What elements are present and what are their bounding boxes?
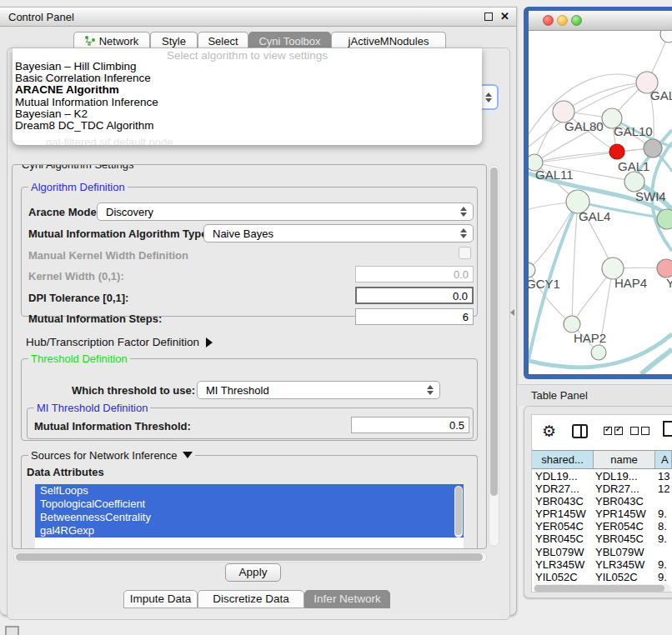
- table-row[interactable]: YLR345WYLR345W9.: [532, 558, 672, 571]
- cell[interactable]: YLR345W: [532, 558, 594, 571]
- cell[interactable]: YBL079W: [532, 546, 594, 558]
- splitter-collapse-icon[interactable]: [510, 309, 514, 316]
- cell[interactable]: YBR043C: [532, 495, 594, 508]
- cell[interactable]: YIL052C: [532, 571, 594, 583]
- algo-item-mutual-information[interactable]: Mutual Information Inference: [15, 97, 479, 108]
- column-header-shared-name[interactable]: shared...: [532, 451, 594, 468]
- mi-threshold-field[interactable]: 0.5: [351, 417, 469, 433]
- table-row[interactable]: YER054CYER054C8.: [532, 520, 672, 532]
- float-panel-icon[interactable]: [484, 12, 493, 21]
- tab-jactivemnodules[interactable]: jActiveMNodules: [331, 32, 446, 49]
- algo-item-bayesian-k2[interactable]: Bayesian – K2: [15, 108, 479, 120]
- algo-item-basic-correlation[interactable]: Basic Correlation Inference: [15, 72, 479, 84]
- cell[interactable]: YER054C: [532, 520, 594, 532]
- algorithm-definition-title: Algorithm Definition: [28, 181, 128, 193]
- table-row[interactable]: YDL19...YDL19...13: [532, 470, 672, 482]
- cell[interactable]: YLR345W: [594, 558, 655, 571]
- cell[interactable]: YDL19...: [532, 470, 594, 482]
- apply-button[interactable]: Apply: [225, 563, 281, 582]
- table-horizontal-scrollbar-thumb[interactable]: [534, 585, 664, 592]
- manual-kernel-width-checkbox[interactable]: [459, 247, 471, 259]
- cell[interactable]: 13: [655, 470, 672, 482]
- table-row[interactable]: YDR27...YDR27...12: [532, 482, 672, 495]
- which-threshold-combo[interactable]: MI Threshold: [197, 381, 440, 399]
- cell[interactable]: YDL19...: [594, 470, 655, 482]
- maximize-window-icon[interactable]: [571, 15, 582, 26]
- mi-steps-field[interactable]: 6: [355, 308, 474, 325]
- attr-item-selfloops[interactable]: SelfLoops: [35, 484, 464, 498]
- algo-item-dream8[interactable]: Dream8 DC_TDC Algorithm: [15, 120, 479, 132]
- tab-style[interactable]: Style: [150, 32, 198, 49]
- algo-item-aracne[interactable]: ARACNE Algorithm: [15, 84, 479, 96]
- dpi-tolerance-field[interactable]: 0.0: [355, 287, 474, 304]
- column-header-name[interactable]: name: [594, 451, 655, 468]
- cell[interactable]: 9.: [655, 532, 672, 545]
- cell[interactable]: 9.: [655, 508, 672, 520]
- cell[interactable]: [655, 546, 672, 558]
- mi-algorithm-type-combo[interactable]: Naive Bayes: [203, 224, 474, 242]
- cell[interactable]: YBR043C: [594, 495, 655, 508]
- columns-icon[interactable]: [572, 424, 588, 438]
- cell[interactable]: YBR045C: [594, 532, 655, 545]
- cell[interactable]: YBR045C: [532, 532, 594, 545]
- cell[interactable]: YPR145W: [532, 508, 594, 520]
- tab-select-label: Select: [208, 35, 238, 48]
- table-row[interactable]: YBL079WYBL079W: [532, 546, 672, 558]
- attr-item-topologicalcoefficient[interactable]: TopologicalCoefficient: [35, 498, 464, 511]
- settings-horizontal-scrollbar[interactable]: [13, 552, 487, 562]
- table-horizontal-scrollbar[interactable]: [534, 584, 671, 592]
- close-icon[interactable]: ✕: [500, 10, 509, 22]
- mi-threshold-title: MI Threshold Definition: [34, 402, 150, 414]
- settings-horizontal-scrollbar-thumb[interactable]: [16, 553, 483, 561]
- attr-list-scrollbar-thumb[interactable]: [455, 487, 462, 535]
- attr-item-gal4rgexp[interactable]: gal4RGexp: [35, 524, 464, 538]
- cell[interactable]: [655, 495, 672, 508]
- cell[interactable]: YIL052C: [594, 571, 655, 583]
- data-attributes-list[interactable]: SelfLoops TopologicalCoefficient Between…: [35, 484, 464, 549]
- select-all-checkbox-icon[interactable]: [604, 427, 612, 435]
- hub-definition-toggle[interactable]: Hub/Transcription Factor Definition: [26, 336, 213, 348]
- deselect-all-checkbox-icon[interactable]: [630, 427, 639, 435]
- tab-cyni-toolbox[interactable]: Cyni Toolbox: [248, 32, 331, 49]
- close-window-icon[interactable]: [543, 15, 554, 26]
- minimized-panel-icon[interactable]: [5, 626, 19, 635]
- kernel-width-field[interactable]: 0.0: [355, 266, 474, 282]
- tab-select[interactable]: Select: [198, 32, 248, 49]
- table-body: YDL19...YDL19...13 YDR27...YDR27...12 YB…: [532, 470, 672, 583]
- table-row[interactable]: YBR045CYBR045C9.: [532, 532, 672, 545]
- minimize-window-icon[interactable]: [557, 15, 568, 26]
- algo-item-bayesian-hill-climbing[interactable]: Bayesian – Hill Climbing: [15, 61, 479, 72]
- gear-icon[interactable]: ⚙: [542, 422, 556, 441]
- cell[interactable]: 8.: [655, 520, 672, 532]
- table-row[interactable]: YIL052CYIL052C9.: [532, 571, 672, 583]
- attr-list-scrollbar[interactable]: [454, 486, 463, 538]
- column-header-partial[interactable]: A: [655, 451, 672, 468]
- select-all-checkbox-icon-2[interactable]: [614, 427, 623, 435]
- cell[interactable]: YER054C: [594, 520, 655, 532]
- control-panel-titlebar: Control Panel ✕: [0, 8, 516, 27]
- sources-title-wrap[interactable]: Sources for Network Inference: [28, 449, 195, 462]
- control-panel-tabbar: Network Style Select Cyni Toolbox jActiv…: [0, 32, 516, 49]
- table-row[interactable]: YBR043CYBR043C: [532, 495, 672, 508]
- attr-item-betweennesscentrality[interactable]: BetweennessCentrality: [35, 511, 464, 524]
- aracne-mode-combo[interactable]: Discovery: [97, 202, 474, 221]
- settings-vertical-scrollbar[interactable]: [489, 165, 499, 547]
- settings-vertical-scrollbar-thumb[interactable]: [490, 168, 498, 496]
- tab-discretize-data[interactable]: Discretize Data: [198, 590, 304, 608]
- cell[interactable]: YBL079W: [594, 546, 655, 558]
- cell[interactable]: 12: [655, 482, 672, 495]
- cell[interactable]: 9.: [655, 558, 672, 571]
- deselect-all-checkbox-icon-2[interactable]: [641, 427, 649, 435]
- node-label-gal80: GAL80: [564, 119, 604, 133]
- cell[interactable]: YDR27...: [594, 482, 655, 495]
- table-row[interactable]: YPR145WYPR145W9.: [532, 508, 672, 520]
- export-table-icon[interactable]: [663, 421, 672, 437]
- tab-network[interactable]: Network: [73, 32, 150, 49]
- network-canvas[interactable]: GAL80 GAL10 GAL1 GAL11 SWI4 GAL4 GCY1 HA…: [529, 31, 672, 374]
- cell[interactable]: 9.: [655, 571, 672, 583]
- cell[interactable]: YPR145W: [594, 508, 655, 520]
- tab-impute-data[interactable]: Impute Data: [123, 590, 198, 608]
- network-window-titlebar[interactable]: [529, 11, 672, 31]
- tab-infer-network[interactable]: Infer Network: [304, 590, 390, 608]
- cell[interactable]: YDR27...: [532, 482, 594, 495]
